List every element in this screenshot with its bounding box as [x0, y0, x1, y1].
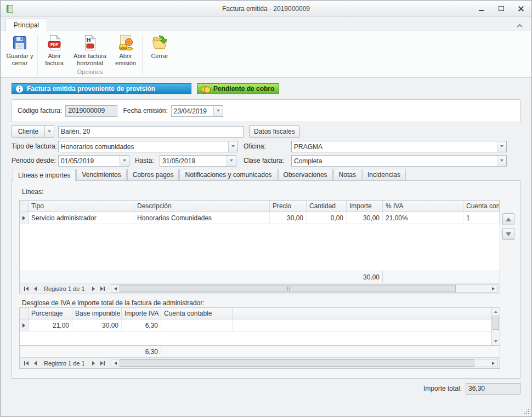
abrir-factura-horizontal-button[interactable]: H Abrir factura horizontal	[69, 32, 111, 67]
horizontal-scrollbar[interactable]	[111, 284, 498, 293]
tab-incidencias[interactable]: Incidencias	[362, 169, 406, 180]
tipo-dropdown-button[interactable]	[228, 141, 237, 152]
column-header-porcentaje[interactable]: Porcentaje	[29, 308, 72, 319]
column-header-iva[interactable]: % IVA	[383, 201, 463, 212]
collapse-ribbon-button[interactable]	[515, 22, 524, 30]
periodo-desde-value: 01/05/2019	[59, 156, 120, 166]
close-button[interactable]	[516, 3, 527, 14]
cell-importe[interactable]: 30,00	[347, 212, 383, 224]
tab-vencimientos[interactable]: Vencimientos	[76, 169, 126, 180]
row-indicator	[20, 319, 29, 331]
chevron-down-icon	[231, 145, 235, 147]
scrollbar-track[interactable]	[120, 285, 489, 292]
tab-cobros-pagos[interactable]: Cobros pagos	[127, 169, 179, 180]
client-area: Factura emitida proveniente de previsión…	[1, 78, 531, 416]
column-header-base[interactable]: Base imponible	[72, 308, 122, 319]
oficina-label: Oficina:	[244, 142, 291, 150]
column-header-cuenta[interactable]: Cuenta con	[463, 201, 500, 212]
abrir-factura-button[interactable]: PDF Abrir factura	[39, 32, 69, 67]
cell-tipo[interactable]: Servicio administrador	[29, 212, 134, 224]
hasta-dropdown-button[interactable]	[227, 156, 236, 166]
horizontal-scrollbar[interactable]	[111, 359, 498, 367]
scroll-left-button[interactable]	[111, 285, 120, 292]
cell-porcentaje[interactable]: 21,00	[29, 319, 72, 331]
move-row-down-button[interactable]	[502, 228, 514, 240]
scrollbar-thumb[interactable]	[120, 285, 456, 292]
tab-lineas-importes[interactable]: Líneas e importes	[13, 169, 76, 181]
cell-iva[interactable]: 21,00%	[383, 212, 463, 224]
oficina-dropdown-button[interactable]	[497, 141, 506, 152]
datos-fiscales-button[interactable]: Datos fiscales	[249, 125, 300, 138]
prev-record-button[interactable]	[31, 284, 40, 293]
cell-base-imponible[interactable]: 30,00	[72, 319, 122, 331]
move-row-up-button[interactable]	[502, 213, 514, 225]
column-header-tipo[interactable]: Tipo	[29, 201, 134, 212]
clase-factura-combo[interactable]: Completa	[291, 155, 507, 167]
row-indicator	[20, 212, 29, 224]
scroll-right-button[interactable]	[489, 359, 497, 367]
column-header-importe[interactable]: Importe	[347, 201, 383, 212]
coins-document-icon	[117, 34, 134, 52]
scrollbar-thumb[interactable]	[120, 359, 474, 367]
cliente-button[interactable]: Cliente	[12, 125, 54, 138]
importe-total-input[interactable]	[466, 383, 520, 395]
cell-cuenta-contable[interactable]	[161, 319, 233, 331]
grid-empty-area	[20, 332, 491, 345]
fecha-emision-picker[interactable]: 23/04/2019	[171, 105, 223, 117]
cell-cantidad[interactable]: 0,00	[307, 212, 347, 224]
first-record-button[interactable]	[21, 284, 31, 293]
first-record-icon	[24, 287, 25, 291]
status-banner-text: Pendiente de cobro	[213, 85, 274, 93]
hasta-picker[interactable]: 31/05/2019	[160, 155, 236, 167]
cell-descripcion[interactable]: Honorarios Comunidades	[134, 212, 270, 224]
fecha-dropdown-button[interactable]	[213, 106, 223, 116]
tipo-factura-combo[interactable]: Honorarios comunidades	[58, 141, 238, 152]
next-record-button[interactable]	[89, 359, 98, 368]
cell-importe-iva[interactable]: 6,30	[122, 319, 161, 331]
cell-cuenta[interactable]: 1	[463, 212, 500, 224]
column-header-precio[interactable]: Precio	[270, 201, 307, 212]
abrir-emision-button[interactable]: Abrir emisión	[111, 32, 140, 67]
desglose-grid-header: Porcentaje Base imponible Importe IVA Cu…	[20, 308, 491, 319]
codigo-factura-input[interactable]	[65, 105, 117, 117]
minimize-icon	[479, 10, 484, 11]
oficina-combo[interactable]: PRAGMA	[291, 141, 507, 152]
button-label: Abrir emisión	[112, 53, 139, 67]
lineas-importe-total: 30,00	[347, 271, 383, 283]
guardar-y-cerrar-button[interactable]: Guardar y cerrar	[4, 32, 36, 67]
svg-text:PDF: PDF	[50, 43, 59, 47]
minimize-button[interactable]	[476, 3, 487, 14]
maximize-button[interactable]	[496, 3, 507, 14]
last-record-button[interactable]	[98, 284, 107, 293]
clase-dropdown-button[interactable]	[497, 156, 506, 166]
column-header-cantidad[interactable]: Cantidad	[307, 201, 347, 212]
cliente-dropdown-button[interactable]	[44, 126, 54, 137]
cerrar-button[interactable]: Cerrar	[144, 32, 175, 60]
tab-observaciones[interactable]: Observaciones	[278, 169, 333, 180]
last-record-button[interactable]	[98, 359, 107, 368]
cliente-input[interactable]	[58, 126, 244, 138]
codigo-factura-label: Código factura:	[18, 107, 62, 115]
periodo-desde-picker[interactable]: 01/05/2019	[58, 155, 129, 167]
column-header-importe-iva[interactable]: Importe IVA	[122, 308, 161, 319]
scroll-left-button[interactable]	[111, 359, 120, 367]
scrollbar-track[interactable]	[492, 316, 500, 338]
prev-record-button[interactable]	[31, 359, 40, 368]
scroll-up-button[interactable]	[492, 308, 500, 316]
tab-notificaciones[interactable]: Notificaciones y comunicados	[179, 169, 277, 180]
next-record-button[interactable]	[89, 284, 98, 293]
scrollbar-track[interactable]	[120, 359, 489, 367]
periodo-dropdown-button[interactable]	[120, 156, 129, 166]
column-header-cuenta-contable[interactable]: Cuenta contable	[161, 308, 233, 319]
scrollbar-thumb[interactable]	[493, 316, 499, 330]
last-record-icon	[104, 361, 105, 365]
resize-grip[interactable]	[523, 408, 529, 414]
scroll-right-button[interactable]	[489, 285, 497, 292]
vertical-scrollbar[interactable]	[491, 308, 500, 345]
first-record-button[interactable]	[21, 359, 31, 368]
scroll-down-button[interactable]	[492, 338, 500, 345]
cell-precio[interactable]: 30,00	[270, 212, 307, 224]
tab-notas[interactable]: Notas	[333, 169, 361, 180]
ribbon-tab-principal[interactable]: Principal	[5, 19, 47, 31]
column-header-descripcion[interactable]: Descripción	[134, 201, 270, 212]
